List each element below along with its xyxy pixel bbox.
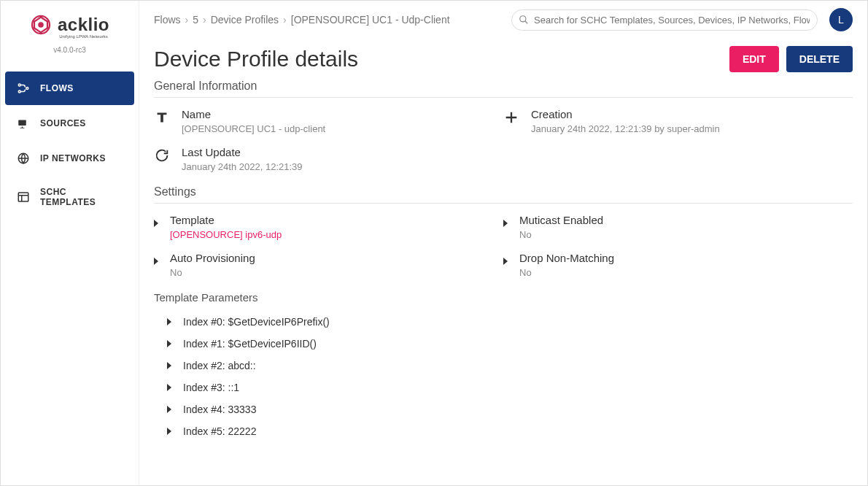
version-label: v4.0.0-rc3 xyxy=(30,46,109,54)
info-label: Last Update xyxy=(182,146,303,158)
chevron-right-icon: › xyxy=(185,14,189,26)
svg-rect-7 xyxy=(20,128,25,128)
chevron-right-icon xyxy=(167,318,171,325)
sidebar-item-label: SOURCES xyxy=(40,118,86,128)
sidebar-item-ip-networks[interactable]: IP NETWORKS xyxy=(5,142,134,175)
section-header-template-params: Template Parameters xyxy=(154,291,853,304)
template-param-item[interactable]: Index #3: ::1 xyxy=(154,377,853,398)
search-input[interactable] xyxy=(511,9,818,31)
template-param-text: Index #4: 33333 xyxy=(183,404,256,415)
chevron-right-icon xyxy=(503,220,508,227)
brand-name: acklio xyxy=(58,15,109,35)
chevron-right-icon xyxy=(167,340,171,347)
info-item-drop-non-matching: Drop Non-Matching No xyxy=(503,252,853,278)
breadcrumb-item[interactable]: Flows xyxy=(154,14,181,26)
info-item-name: Name [OPENSOURCE] UC1 - udp-client xyxy=(154,108,503,134)
section-header-general: General Information xyxy=(154,80,853,93)
info-item-auto-provisioning: Auto Provisioning No xyxy=(154,252,503,278)
sources-icon xyxy=(17,117,30,130)
info-label: Creation xyxy=(531,108,720,120)
info-label: Name xyxy=(182,108,325,120)
breadcrumb-item[interactable]: 5 xyxy=(193,14,198,26)
chevron-right-icon xyxy=(154,220,158,227)
svg-point-10 xyxy=(520,16,526,22)
template-param-item[interactable]: Index #2: abcd:: xyxy=(154,355,853,377)
chevron-right-icon xyxy=(167,428,171,435)
chevron-right-icon xyxy=(167,406,171,413)
info-value: January 24th 2022, 12:21:39 xyxy=(182,161,303,172)
sidebar-item-label: IP NETWORKS xyxy=(40,153,106,163)
sidebar: acklio Unifying LPWA Networks v4.0.0-rc3… xyxy=(1,1,139,485)
svg-point-2 xyxy=(18,84,20,86)
logo-block: acklio Unifying LPWA Networks v4.0.0-rc3 xyxy=(30,14,109,54)
section-header-settings: Settings xyxy=(154,185,853,198)
info-value: No xyxy=(519,267,614,278)
globe-icon xyxy=(17,152,30,165)
template-param-text: Index #3: ::1 xyxy=(183,382,239,393)
chevron-right-icon xyxy=(167,362,171,369)
svg-rect-6 xyxy=(22,127,23,128)
divider xyxy=(154,203,853,204)
sidebar-item-schc-templates[interactable]: SCHC TEMPLATES xyxy=(5,177,134,217)
template-param-text: Index #1: $GetDeviceIP6IID() xyxy=(183,338,317,350)
info-label: Drop Non-Matching xyxy=(519,252,614,264)
info-item-last-update: Last Update January 24th 2022, 12:21:39 xyxy=(154,146,503,172)
template-param-text: Index #5: 22222 xyxy=(183,425,256,437)
sidebar-item-sources[interactable]: SOURCES xyxy=(5,107,134,140)
chevron-right-icon: › xyxy=(203,14,206,26)
svg-rect-5 xyxy=(18,120,26,126)
delete-button[interactable]: DELETE xyxy=(786,46,853,72)
avatar[interactable]: L xyxy=(829,8,853,31)
edit-button[interactable]: EDIT xyxy=(729,46,779,72)
svg-point-3 xyxy=(18,90,20,93)
templates-icon xyxy=(17,190,30,204)
info-item-creation: Creation January 24th 2022, 12:21:39 by … xyxy=(503,108,853,134)
info-item-multicast: Muticast Enabled No xyxy=(503,214,853,240)
chevron-right-icon xyxy=(503,258,508,265)
info-item-template: Template [OPENSOURCE] ipv6-udp xyxy=(154,214,503,240)
breadcrumb: Flows › 5 › Device Profiles › [OPENSOURC… xyxy=(154,14,450,26)
brand-tagline: Unifying LPWA Networks xyxy=(58,34,109,39)
template-param-item[interactable]: Index #5: 22222 xyxy=(154,420,853,442)
flows-icon xyxy=(17,82,30,95)
template-param-text: Index #0: $GetDeviceIP6Prefix() xyxy=(183,316,330,328)
svg-point-1 xyxy=(38,22,44,28)
refresh-icon xyxy=(154,147,170,163)
info-label: Muticast Enabled xyxy=(519,214,603,226)
info-value: No xyxy=(519,229,603,240)
template-param-item[interactable]: Index #4: 33333 xyxy=(154,398,853,420)
template-param-text: Index #2: abcd:: xyxy=(183,360,256,371)
info-value: No xyxy=(170,267,255,278)
info-value: [OPENSOURCE] UC1 - udp-client xyxy=(182,123,325,134)
sidebar-item-label: SCHC TEMPLATES xyxy=(40,187,123,207)
divider xyxy=(154,97,853,98)
template-param-item[interactable]: Index #0: $GetDeviceIP6Prefix() xyxy=(154,311,853,333)
breadcrumb-item[interactable]: Device Profiles xyxy=(211,14,279,26)
svg-point-4 xyxy=(26,88,28,90)
chevron-right-icon xyxy=(167,384,171,391)
main-panel: Flows › 5 › Device Profiles › [OPENSOURC… xyxy=(139,1,867,485)
topbar: Flows › 5 › Device Profiles › [OPENSOURC… xyxy=(139,1,867,39)
chevron-right-icon: › xyxy=(283,14,287,26)
acklio-logo-icon xyxy=(30,14,52,36)
page-title: Device Profile details xyxy=(154,47,358,72)
info-label: Auto Provisioning xyxy=(170,252,255,264)
sidebar-item-flows[interactable]: FLOWS xyxy=(5,72,134,105)
template-parameters-list: Index #0: $GetDeviceIP6Prefix() Index #1… xyxy=(154,311,853,442)
template-param-item[interactable]: Index #1: $GetDeviceIP6IID() xyxy=(154,333,853,355)
info-label: Template xyxy=(170,214,282,226)
plus-icon xyxy=(503,109,519,126)
sidebar-item-label: FLOWS xyxy=(40,83,74,93)
info-value: January 24th 2022, 12:21:39 by super-adm… xyxy=(531,123,720,134)
avatar-initial: L xyxy=(838,14,844,26)
template-link[interactable]: [OPENSOURCE] ipv6-udp xyxy=(170,229,282,240)
svg-rect-9 xyxy=(18,193,28,201)
breadcrumb-item[interactable]: [OPENSOURCE] UC1 - Udp-Client xyxy=(291,14,450,26)
chevron-right-icon xyxy=(154,258,158,265)
search-icon xyxy=(519,15,529,25)
text-icon xyxy=(154,109,170,126)
